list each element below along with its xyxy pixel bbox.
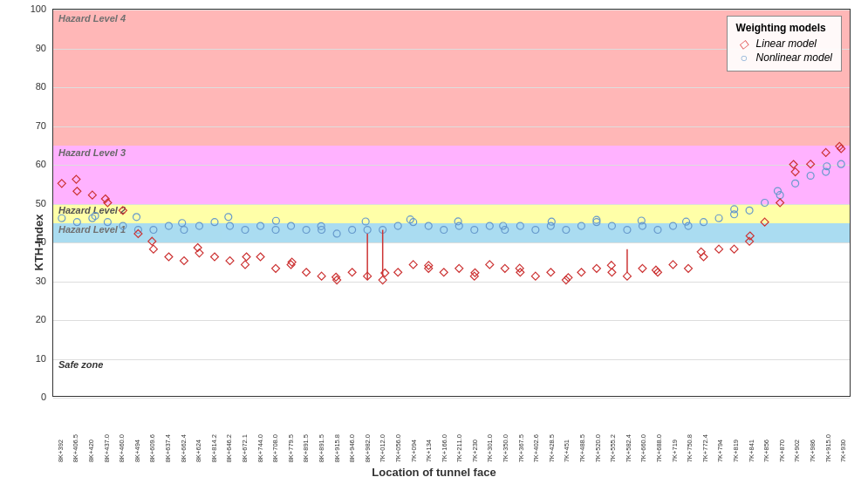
- svg-point-16: [303, 227, 310, 234]
- y-tick-label: 30: [36, 276, 46, 286]
- x-tick-label: 8K+915.8: [332, 434, 340, 462]
- x-tick-label: 7K+230: [470, 440, 478, 462]
- y-tick-label: 80: [36, 81, 46, 92]
- x-tick-label: 7K+750.8: [686, 434, 694, 462]
- x-tick-label: 7K+428.5: [547, 434, 555, 462]
- svg-marker-68: [303, 269, 311, 276]
- svg-point-4: [120, 222, 126, 229]
- svg-marker-84: [547, 269, 555, 276]
- y-axis: 0102030405060708090100: [0, 9, 51, 397]
- svg-point-22: [394, 222, 401, 229]
- x-tick-label: 7K+094: [409, 440, 417, 462]
- svg-point-13: [257, 222, 264, 229]
- svg-marker-64: [242, 261, 249, 269]
- svg-marker-137: [789, 160, 797, 168]
- svg-marker-129: [425, 262, 433, 269]
- svg-marker-100: [791, 168, 799, 176]
- x-tick-label: 7K+986: [809, 440, 817, 462]
- x-tick-label: 8K+609.6: [148, 434, 156, 462]
- x-tick-label: 8K+406.5: [72, 434, 79, 462]
- x-tick-label: 7K+819: [732, 440, 740, 462]
- svg-point-25: [441, 227, 448, 234]
- x-tick-label: 8K+891.5: [317, 434, 325, 462]
- svg-point-36: [608, 222, 615, 229]
- svg-marker-54: [88, 191, 96, 199]
- svg-marker-125: [243, 253, 250, 261]
- x-tick-label: 8K+744.0: [256, 434, 263, 462]
- svg-marker-56: [119, 207, 126, 215]
- x-tick-label: 7K+841: [747, 440, 755, 462]
- x-tick-label: 7K+301.0: [486, 434, 494, 462]
- svg-point-42: [701, 219, 707, 226]
- svg-marker-59: [165, 253, 173, 261]
- svg-point-19: [349, 227, 356, 234]
- svg-point-107: [225, 214, 232, 221]
- svg-point-108: [272, 217, 279, 224]
- x-tick-label: 8K+646.2: [225, 434, 233, 462]
- x-tick-label: 7K+772.4: [701, 434, 708, 462]
- svg-marker-99: [776, 199, 784, 207]
- x-tick-label: 7K+870: [777, 440, 785, 462]
- svg-point-9: [195, 222, 202, 229]
- x-tick-label: 8K+779.5: [286, 434, 294, 462]
- svg-point-28: [486, 222, 493, 229]
- svg-marker-98: [761, 218, 769, 226]
- y-tick-label: 0: [41, 392, 46, 402]
- svg-marker-63: [226, 256, 234, 264]
- svg-point-40: [670, 222, 677, 229]
- svg-marker-133: [607, 262, 615, 269]
- x-tick-label: 8K+662.4: [179, 434, 187, 462]
- svg-point-37: [624, 227, 631, 234]
- svg-point-105: [133, 214, 140, 221]
- x-tick-label: 7K+520.0: [593, 434, 601, 462]
- svg-marker-96: [730, 245, 738, 253]
- svg-point-34: [578, 222, 584, 229]
- grid-line: [53, 398, 850, 399]
- linear-icon: ◇: [736, 37, 752, 50]
- svg-marker-66: [272, 264, 280, 272]
- x-tick-label: 7K+719: [670, 440, 678, 462]
- svg-point-41: [685, 222, 692, 229]
- x-tick-label: 8K+437.0: [102, 434, 110, 462]
- svg-marker-76: [425, 264, 433, 272]
- y-tick-label: 10: [36, 353, 46, 364]
- x-tick-label: 8K+891.5: [302, 434, 310, 462]
- svg-marker-121: [72, 175, 80, 183]
- svg-marker-58: [149, 245, 157, 253]
- svg-point-33: [563, 227, 570, 234]
- x-tick-label: 8K+494: [133, 440, 140, 462]
- chart-container: KTH-Index Hazard Level 4 Hazard Level 3 …: [0, 0, 868, 484]
- x-tick-label: 8K+672.1: [240, 434, 248, 462]
- svg-point-46: [762, 200, 769, 207]
- svg-point-114: [548, 218, 555, 225]
- x-tick-label: 8K+982.0: [363, 434, 371, 462]
- svg-point-118: [731, 206, 738, 213]
- x-tick-label: 7K+582.4: [624, 434, 632, 462]
- x-tick-label: 8K+420: [86, 440, 94, 462]
- x-tick-label: 7K+134: [425, 440, 433, 462]
- svg-point-0: [58, 215, 65, 222]
- svg-marker-71: [348, 269, 356, 276]
- svg-point-110: [362, 218, 369, 225]
- svg-point-39: [654, 227, 661, 234]
- x-tick-label: 7K+856: [762, 440, 770, 462]
- svg-point-3: [104, 219, 111, 226]
- svg-marker-123: [148, 237, 156, 245]
- legend-label-nonlinear: Nonlinear model: [756, 51, 832, 64]
- x-tick-label: 7K+688.0: [655, 434, 663, 462]
- svg-marker-80: [486, 261, 494, 269]
- x-tick-label: 7K+402.6: [532, 434, 540, 462]
- svg-marker-85: [562, 276, 570, 284]
- x-tick-label: 7K+915.0: [824, 434, 831, 462]
- legend-item-linear: ◇ Linear model: [736, 37, 832, 50]
- svg-marker-78: [455, 264, 463, 272]
- svg-point-29: [502, 227, 509, 234]
- x-tick-label: 7K+451: [563, 440, 571, 462]
- y-tick-label: 40: [36, 236, 46, 247]
- x-tick-label: 7K+555.2: [609, 434, 617, 462]
- svg-point-24: [425, 222, 432, 229]
- x-tick-label: 7K+211.0: [455, 434, 463, 462]
- x-tick-label: 7K+660.0: [639, 434, 647, 462]
- y-tick-label: 60: [36, 159, 46, 169]
- x-tick-label: 8K+460.0: [118, 434, 126, 462]
